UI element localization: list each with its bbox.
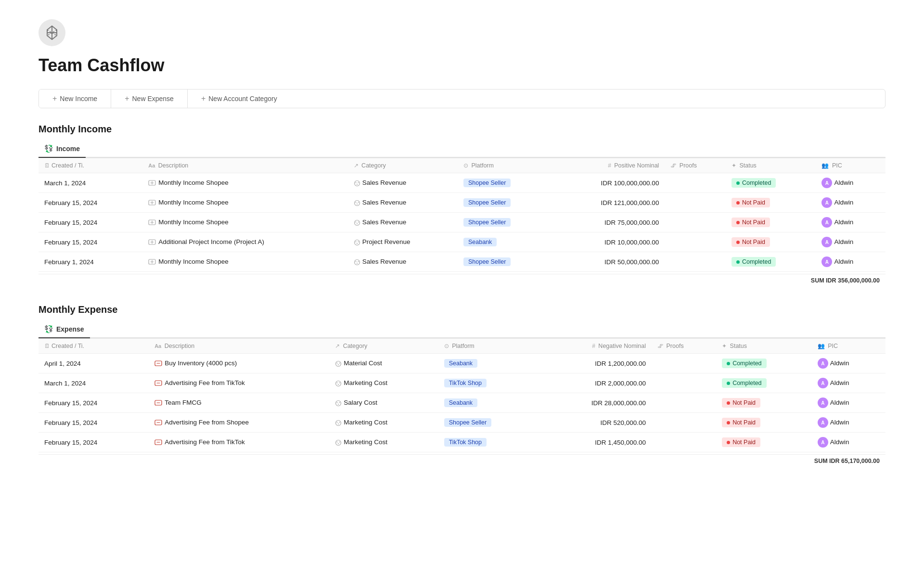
- col-category-income: ↗ Category: [348, 158, 458, 173]
- cell-nominal: IDR 10,000,000.00: [552, 232, 665, 252]
- svg-point-18: [355, 241, 356, 242]
- income-table-body: March 1, 2024 Monthly Income Shopee Sale…: [38, 173, 886, 272]
- svg-point-35: [338, 384, 339, 385]
- col-category-expense: ↗ Category: [329, 339, 438, 354]
- svg-point-40: [338, 404, 339, 405]
- svg-point-34: [339, 382, 340, 383]
- svg-point-37: [336, 400, 341, 406]
- svg-point-38: [337, 402, 338, 403]
- avatar: A: [818, 417, 828, 428]
- expense-table-body: April 1, 2024 Buy Inventory (4000 pcs) M…: [38, 354, 886, 452]
- svg-point-9: [358, 202, 359, 203]
- cell-description: Advertising Fee from Shopee: [149, 413, 329, 433]
- table-row[interactable]: February 15, 2024 Advertising Fee from T…: [38, 433, 886, 452]
- svg-point-22: [354, 259, 359, 265]
- table-row[interactable]: February 15, 2024 Monthly Income Shopee …: [38, 213, 886, 232]
- cell-created: February 15, 2024: [38, 393, 149, 413]
- table-row[interactable]: April 1, 2024 Buy Inventory (4000 pcs) M…: [38, 354, 886, 373]
- cell-category: Sales Revenue: [348, 173, 458, 193]
- svg-point-45: [338, 423, 339, 424]
- svg-point-32: [336, 381, 341, 386]
- svg-point-43: [337, 422, 338, 423]
- col-platform-expense: ⊙ Platform: [438, 339, 539, 354]
- cell-status: Not Paid: [716, 393, 812, 413]
- plus-icon: +: [125, 94, 129, 103]
- expense-tab[interactable]: 💱 Expense: [38, 321, 90, 338]
- expense-icon: [154, 379, 162, 387]
- status-badge: Not Paid: [732, 198, 770, 207]
- income-tab-icon: 💱: [44, 144, 53, 153]
- platform-badge: Shopee Seller: [444, 418, 492, 427]
- col-nominal-income: # Positive Nominal: [552, 158, 665, 173]
- table-row[interactable]: February 15, 2024 Advertising Fee from S…: [38, 413, 886, 433]
- col-description-expense: Aa Description: [149, 339, 329, 354]
- income-table-header: 🗓Created / Ti. Aa Description ↗ Category…: [38, 158, 886, 173]
- col-platform-income: ⊙ Platform: [458, 158, 552, 173]
- table-row[interactable]: February 15, 2024 Monthly Income Shopee …: [38, 193, 886, 213]
- svg-point-10: [357, 204, 358, 205]
- page-title: Team Cashflow: [38, 55, 886, 76]
- table-row[interactable]: March 1, 2024 Advertising Fee from TikTo…: [38, 373, 886, 393]
- cell-nominal: IDR 50,000,000.00: [552, 252, 665, 272]
- svg-point-44: [339, 422, 340, 423]
- cell-status: Not Paid: [726, 213, 816, 232]
- cell-pic: AAldwin: [812, 393, 886, 413]
- platform-badge: Shopee Seller: [463, 198, 511, 207]
- avatar: A: [818, 378, 828, 388]
- status-badge: Completed: [732, 257, 776, 267]
- cell-category: Marketing Cost: [329, 413, 438, 433]
- new-account-category-button[interactable]: + New Account Category: [188, 90, 291, 108]
- status-badge: Not Paid: [732, 237, 770, 247]
- status-badge: Not Paid: [722, 398, 760, 408]
- svg-point-25: [357, 263, 358, 264]
- income-icon: [148, 218, 156, 226]
- new-expense-button[interactable]: + New Expense: [111, 90, 188, 108]
- status-dot: [736, 201, 740, 205]
- table-row[interactable]: February 15, 2024 Additional Project Inc…: [38, 232, 886, 252]
- cell-status: Completed: [726, 252, 816, 272]
- col-pic-income: 👥 PIC: [816, 158, 886, 173]
- new-income-label: New Income: [60, 95, 97, 103]
- income-tab[interactable]: 💱 Income: [38, 141, 86, 158]
- expense-tab-label: Expense: [56, 325, 84, 333]
- svg-point-33: [337, 382, 338, 383]
- expense-sum-value: IDR 65,170,000.00: [829, 458, 880, 464]
- cell-description: Team FMCG: [149, 393, 329, 413]
- svg-point-7: [354, 200, 359, 205]
- status-badge: Not Paid: [722, 437, 760, 447]
- col-proofs-expense: 🖇 Proofs: [652, 339, 716, 354]
- cell-description: Buy Inventory (4000 pcs): [149, 354, 329, 373]
- avatar: A: [818, 358, 828, 369]
- cell-created: February 15, 2024: [38, 213, 142, 232]
- svg-point-23: [355, 261, 356, 262]
- new-income-button[interactable]: + New Income: [39, 90, 111, 108]
- cell-status: Not Paid: [726, 232, 816, 252]
- income-tab-bar: 💱 Income: [38, 141, 886, 158]
- status-dot: [736, 181, 740, 185]
- cell-created: March 1, 2024: [38, 173, 142, 193]
- cell-created: February 15, 2024: [38, 433, 149, 452]
- cell-description: Monthly Income Shopee: [142, 213, 347, 232]
- cell-proofs: [652, 354, 716, 373]
- table-row[interactable]: March 1, 2024 Monthly Income Shopee Sale…: [38, 173, 886, 193]
- avatar: A: [821, 197, 832, 208]
- table-row[interactable]: February 1, 2024 Monthly Income Shopee S…: [38, 252, 886, 272]
- svg-point-8: [355, 202, 356, 203]
- table-row[interactable]: February 15, 2024 Team FMCG Salary Cost …: [38, 393, 886, 413]
- cell-pic: AAldwin: [816, 193, 886, 213]
- expense-tab-bar: 💱 Expense: [38, 321, 886, 338]
- expense-icon: [154, 399, 162, 407]
- cell-status: Not Paid: [716, 433, 812, 452]
- status-dot: [727, 441, 730, 444]
- svg-point-14: [358, 221, 359, 222]
- svg-point-28: [337, 362, 338, 363]
- category-icon: [335, 420, 342, 426]
- cell-description: Additional Project Income (Project A): [142, 232, 347, 252]
- status-badge: Completed: [732, 178, 776, 188]
- income-sum-row: SUM IDR 356,000,000.00: [38, 274, 886, 287]
- expense-section-title: Monthly Expense: [38, 304, 886, 315]
- col-proofs-income: 🖇 Proofs: [665, 158, 726, 173]
- cell-nominal: IDR 28,000,000.00: [539, 393, 652, 413]
- avatar: A: [818, 397, 828, 408]
- app-logo: [38, 19, 65, 46]
